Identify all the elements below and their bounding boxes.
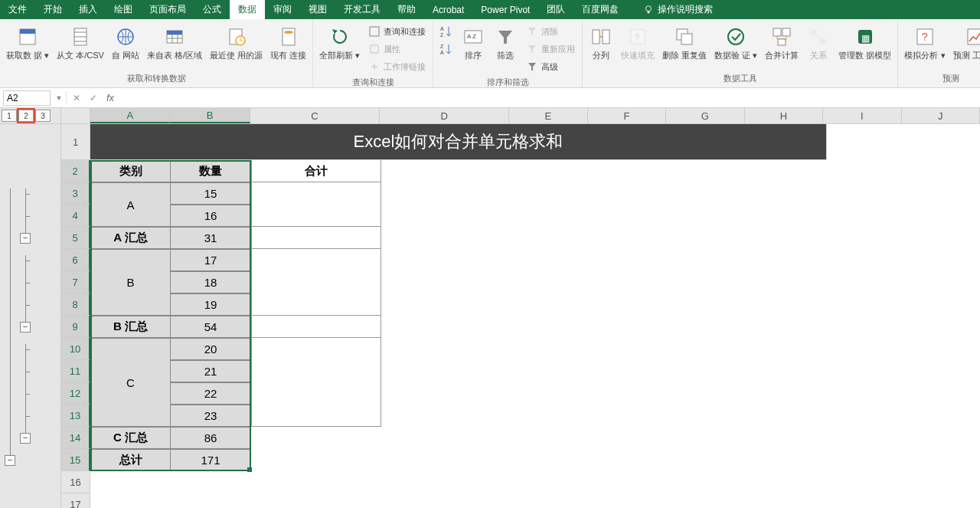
col-header-I[interactable]: I — [823, 108, 901, 123]
name-box-dropdown[interactable]: ▼ — [54, 94, 64, 102]
existing-connections-button[interactable]: 现有 连接 — [267, 23, 309, 62]
row-header-15[interactable]: 15 — [61, 449, 90, 471]
cell-A10[interactable]: C — [90, 338, 171, 427]
col-header-J[interactable]: J — [902, 108, 980, 123]
cell-B6[interactable]: 17 — [171, 249, 251, 271]
cell-A5[interactable]: A 汇总 — [90, 227, 171, 249]
row-header-9[interactable]: 9 — [61, 316, 90, 338]
col-header-F[interactable]: F — [588, 108, 666, 123]
sort-az-button[interactable]: AZ — [436, 23, 456, 40]
tab-draw[interactable]: 绘图 — [106, 0, 141, 19]
row-header-12[interactable]: 12 — [61, 382, 90, 405]
select-all-corner[interactable] — [61, 108, 90, 124]
grid[interactable]: ABCDEFGHIJ 1234567891011121314151617 Exc… — [61, 108, 980, 508]
row-header-2[interactable]: 2 — [61, 160, 90, 182]
cell-A14[interactable]: C 汇总 — [90, 427, 171, 449]
whatif-button[interactable]: ?模拟分析 ▾ — [901, 23, 948, 62]
reapply-button[interactable]: 重新应用 — [522, 41, 579, 57]
header-category[interactable]: 类别 — [90, 160, 171, 182]
cell-A6[interactable]: B — [90, 249, 171, 316]
row-header-10[interactable]: 10 — [61, 338, 90, 360]
header-quantity[interactable]: 数量 — [171, 160, 251, 182]
cell-B4[interactable]: 16 — [171, 205, 251, 227]
remove-duplicates-button[interactable]: 删除 重复值 — [659, 23, 710, 62]
col-header-A[interactable]: A — [90, 108, 170, 123]
tab-team[interactable]: 团队 — [538, 0, 573, 19]
outline-level-3[interactable]: 3 — [35, 110, 51, 122]
tab-baidu[interactable]: 百度网盘 — [573, 0, 627, 19]
col-header-E[interactable]: E — [509, 108, 587, 123]
sort-button[interactable]: A Z排序 — [458, 23, 488, 62]
tab-home[interactable]: 开始 — [35, 0, 70, 19]
col-header-B[interactable]: B — [170, 108, 250, 123]
cell-A9[interactable]: B 汇总 — [90, 316, 171, 338]
cell-B14[interactable]: 86 — [171, 427, 251, 449]
row-header-6[interactable]: 6 — [61, 249, 90, 271]
tab-acrobat[interactable]: Acrobat — [424, 0, 472, 19]
row-header-8[interactable]: 8 — [61, 293, 90, 316]
header-sum[interactable]: 合计 — [251, 160, 381, 182]
row-header-11[interactable]: 11 — [61, 360, 90, 382]
text-to-columns-button[interactable]: 分列 — [586, 23, 616, 62]
cell-B8[interactable]: 19 — [171, 293, 251, 316]
filter-button[interactable]: 筛选 — [490, 23, 521, 62]
properties-button[interactable]: 属性 — [364, 41, 430, 57]
fill-handle[interactable] — [247, 467, 252, 472]
tab-review[interactable]: 审阅 — [265, 0, 300, 19]
from-csv-button[interactable]: 从文 本/CSV — [54, 23, 107, 62]
recent-sources-button[interactable]: 最近使 用的源 — [207, 23, 266, 62]
row-header-14[interactable]: 14 — [61, 427, 90, 449]
cell-A15[interactable]: 总计 — [90, 449, 171, 471]
insert-function-button[interactable]: fx — [102, 93, 119, 103]
cell-B7[interactable]: 18 — [171, 271, 251, 293]
outline-level-1[interactable]: 1 — [2, 110, 17, 122]
name-box[interactable]: A2 — [3, 90, 51, 106]
tab-help[interactable]: 帮助 — [389, 0, 424, 19]
cell-B9[interactable]: 54 — [171, 316, 251, 338]
sort-za-button[interactable]: ZA — [436, 41, 456, 57]
formula-input[interactable] — [119, 90, 980, 106]
cell-C10[interactable] — [251, 338, 381, 427]
cell-B5[interactable]: 31 — [171, 227, 251, 249]
outline-collapse-a[interactable] — [20, 233, 31, 244]
row-header-7[interactable]: 7 — [61, 271, 90, 293]
row-header-16[interactable]: 16 — [61, 471, 90, 493]
enter-formula-button[interactable]: ✓ — [85, 93, 102, 103]
outline-collapse-total[interactable] — [5, 455, 15, 466]
row-header-13[interactable]: 13 — [61, 405, 90, 427]
row-header-5[interactable]: 5 — [61, 227, 90, 249]
cell-B11[interactable]: 21 — [171, 360, 251, 382]
forecast-sheet-button[interactable]: 预测 工作表 — [950, 23, 980, 62]
from-web-button[interactable]: 自 网站 — [109, 23, 142, 62]
data-validation-button[interactable]: 数据验 证 ▾ — [711, 23, 760, 62]
col-header-H[interactable]: H — [745, 108, 823, 123]
tell-me-search[interactable]: 操作说明搜索 — [635, 0, 721, 19]
tab-data[interactable]: 数据 — [230, 0, 265, 19]
edit-links-button[interactable]: 工作簿链接 — [364, 58, 430, 75]
tab-view[interactable]: 视图 — [300, 0, 335, 19]
outline-collapse-c[interactable] — [20, 433, 31, 444]
cancel-formula-button[interactable]: ✕ — [68, 93, 85, 103]
row-header-17[interactable]: 17 — [61, 493, 90, 508]
queries-connections-button[interactable]: 查询和连接 — [364, 23, 430, 40]
col-header-D[interactable]: D — [380, 108, 509, 123]
row-header-3[interactable]: 3 — [61, 182, 90, 205]
cell-B15[interactable]: 171 — [171, 449, 251, 471]
cell-B10[interactable]: 20 — [171, 338, 251, 360]
tab-file[interactable]: 文件 — [0, 0, 35, 19]
outline-collapse-b[interactable] — [20, 322, 31, 333]
consolidate-button[interactable]: 合并计算 — [762, 23, 802, 62]
cell-C3[interactable] — [251, 182, 381, 227]
cell-A3[interactable]: A — [90, 182, 171, 227]
tab-page-layout[interactable]: 页面布局 — [141, 0, 194, 19]
clear-filter-button[interactable]: 清除 — [522, 23, 579, 40]
from-table-button[interactable]: 来自表 格/区域 — [144, 23, 205, 62]
advanced-filter-button[interactable]: 高级 — [522, 58, 579, 75]
tab-insert[interactable]: 插入 — [70, 0, 106, 19]
tab-developer[interactable]: 开发工具 — [335, 0, 389, 19]
title-cell[interactable]: Excel如何对合并单元格求和 — [90, 124, 827, 160]
row-header-4[interactable]: 4 — [61, 205, 90, 227]
relationships-button[interactable]: 关系 — [803, 23, 834, 62]
refresh-all-button[interactable]: 全部刷新 ▾ — [316, 23, 363, 62]
cell-B13[interactable]: 23 — [171, 405, 251, 427]
